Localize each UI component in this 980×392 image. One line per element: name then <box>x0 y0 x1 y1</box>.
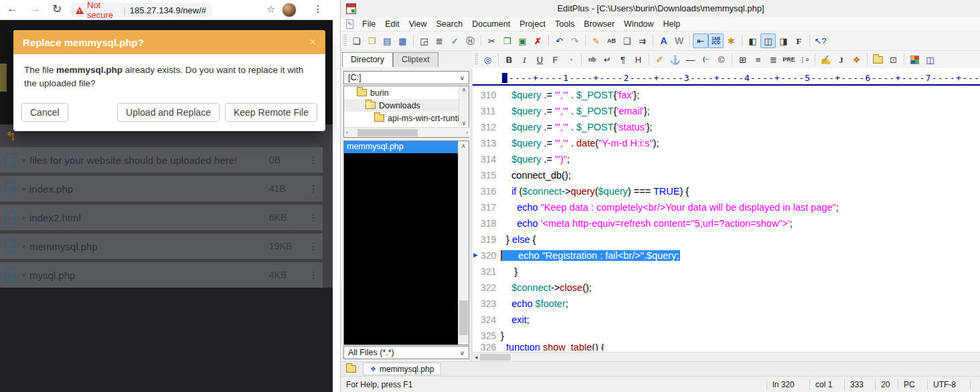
back-button[interactable]: ← <box>7 2 18 15</box>
tree-horizontal-scrollbar[interactable]: ‹› <box>344 127 470 137</box>
kebab-menu-icon[interactable]: ⋮ <box>304 270 323 280</box>
browser-colors-button[interactable] <box>907 52 922 67</box>
table-button[interactable]: ⊞ <box>735 52 750 67</box>
word-wrap-button[interactable]: W <box>671 33 687 48</box>
undo-button[interactable]: ↶ <box>552 33 567 48</box>
code-area[interactable]: 310 $query .= "','" . $_POST{'fax'};311 … <box>473 87 980 351</box>
line-numbers-button[interactable]: 1AB 2CD <box>708 33 724 48</box>
timestamp-button[interactable]: ◔ <box>563 52 578 67</box>
code-line-325[interactable]: 325} <box>473 328 980 344</box>
menu-edit[interactable]: Edit <box>380 19 404 29</box>
new-document-button[interactable]: ❏ <box>349 33 364 48</box>
menu-browser[interactable]: Browser <box>579 19 619 29</box>
code-line-315[interactable]: 315 connect_db(); <box>473 167 980 183</box>
print-preview-button[interactable]: ◲ <box>416 33 432 48</box>
kebab-menu-icon[interactable]: ⋮ <box>304 212 323 223</box>
sort-button[interactable]: AB <box>604 33 619 48</box>
folder-shortcut-button[interactable] <box>870 52 886 67</box>
document-tab[interactable]: ❖ memmysql.php <box>363 363 441 375</box>
chrome-menu-icon[interactable]: ⋮ <box>313 3 323 14</box>
selected-file-item[interactable]: memmysql.php <box>344 141 459 153</box>
duplicate-button[interactable]: ❑ <box>619 33 635 48</box>
font-tag-button[interactable]: F <box>548 52 563 67</box>
script-button[interactable]: ✍ <box>818 52 833 67</box>
anchor-button[interactable]: ⚓ <box>667 52 683 67</box>
forward-button[interactable]: → <box>29 2 41 15</box>
code-line-316[interactable]: 316 if ($connect->query($query) === TRUE… <box>473 183 980 199</box>
copy-button[interactable]: ❐ <box>499 33 515 48</box>
code-line-311[interactable]: 311 $query .= "','" . $_POST{'email'}; <box>473 103 980 119</box>
non-breaking-space-button[interactable]: nb <box>584 52 600 67</box>
keep-remote-file-button[interactable]: Keep Remote File <box>225 103 317 122</box>
save-file-button[interactable]: ▤ <box>380 33 395 48</box>
code-line-326[interactable]: 326 function show_table() { <box>473 344 980 351</box>
java-applet-button[interactable]: J <box>833 52 849 67</box>
scrollbar-thumb[interactable] <box>480 354 511 361</box>
menu-help[interactable]: Help <box>659 19 685 29</box>
code-line-319[interactable]: 319 } else { <box>473 231 980 248</box>
cut-button[interactable]: ✂ <box>484 33 499 48</box>
caret-down-icon[interactable]: ▾ <box>22 272 25 279</box>
context-help-button[interactable]: ↖? <box>813 33 828 48</box>
special-character-button[interactable]: © <box>714 52 729 67</box>
paragraph-button[interactable]: ¶ <box>615 52 631 67</box>
code-line-310[interactable]: 310 $query .= "','" . $_POST{'fax'}; <box>473 87 980 103</box>
drive-selector[interactable]: [C:] ∨ <box>343 71 469 84</box>
tab-cliptext[interactable]: Cliptext <box>393 52 438 67</box>
caret-down-icon[interactable]: ▾ <box>22 214 25 221</box>
html-toolbar-toggle-button[interactable]: Ⓗ <box>463 33 478 48</box>
code-line-323[interactable]: 323 echo $footer; <box>473 296 980 312</box>
folder-icon[interactable] <box>346 365 356 373</box>
reload-button[interactable]: ↻ <box>52 2 62 16</box>
file-row[interactable]: </>▾memmysql.php19KB⋮ <box>0 233 323 259</box>
directory-window-toggle-button[interactable]: ◫ <box>760 33 776 48</box>
paste-button[interactable]: ▣ <box>515 33 530 48</box>
code-line-321[interactable]: 321 } <box>473 264 980 280</box>
bold-button[interactable]: B <box>501 52 517 67</box>
align-center-button[interactable]: ≡ <box>750 52 766 67</box>
list-button[interactable]: ⋮≡ <box>797 52 812 67</box>
cancel-button[interactable]: Cancel <box>21 103 68 122</box>
heading-button[interactable]: H <box>631 52 646 67</box>
tab-directory[interactable]: Directory <box>342 52 393 67</box>
code-line-318[interactable]: 318 echo '<meta http-equiv=refresh conte… <box>473 215 980 231</box>
window-shortcut-button[interactable]: ⊡ <box>886 52 901 67</box>
delete-button[interactable]: ✗ <box>530 33 546 48</box>
file-list-scrollbar[interactable]: ∧ <box>458 141 469 345</box>
spell-check-button[interactable]: ✓ <box>447 33 463 48</box>
dialog-close-icon[interactable]: × <box>309 35 316 49</box>
tree-item-burin[interactable]: burin <box>344 86 469 99</box>
menu-window[interactable]: Window <box>619 19 658 29</box>
tree-vertical-scrollbar[interactable]: ∧∨ <box>459 86 469 126</box>
caret-down-icon[interactable]: ▾ <box>22 185 25 193</box>
print-button[interactable]: ≣ <box>432 33 447 48</box>
color-picker-button[interactable]: ✐ <box>652 52 667 67</box>
function-list-button[interactable]: F <box>791 33 807 48</box>
full-screen-view-button[interactable]: ◧ <box>745 33 760 48</box>
save-all-button[interactable]: ▦ <box>395 33 410 48</box>
line-break-button[interactable]: ↵ <box>600 52 615 67</box>
align-right-button[interactable]: ≣ <box>766 52 781 67</box>
code-line-317[interactable]: 317 echo "Keep data : completely<br/>You… <box>473 199 980 215</box>
profile-avatar[interactable] <box>282 3 297 17</box>
file-row[interactable]: </>▾mysql.php4KB⋮ <box>0 262 323 288</box>
tree-item-api-ms-win-crt-runtim[interactable]: api-ms-win-crt-runtim <box>344 112 469 124</box>
code-line-312[interactable]: 312 $query .= "','" . $_POST{'status'}; <box>473 119 980 135</box>
menu-tools[interactable]: Tools <box>550 19 579 29</box>
redo-button[interactable]: ↷ <box>567 33 582 48</box>
editor-horizontal-scrollbar[interactable]: ◂ <box>473 352 980 361</box>
browser-preview-button[interactable]: ◎ <box>480 52 495 67</box>
frame-button[interactable]: ◫ <box>922 52 938 67</box>
scrollbar-thumb[interactable] <box>459 300 468 335</box>
menu-search[interactable]: Search <box>432 19 468 29</box>
code-line-324[interactable]: 324 exit; <box>473 312 980 328</box>
font-style-button[interactable]: A <box>656 33 671 48</box>
menu-file[interactable]: File <box>357 19 380 29</box>
caret-down-icon[interactable]: ▾ <box>22 243 25 250</box>
underline-button[interactable]: U <box>532 52 548 67</box>
preformatted-button[interactable]: PRE <box>781 52 797 67</box>
code-line-314[interactable]: 314 $query .= "')"; <box>473 151 980 167</box>
file-filter-selector[interactable]: All Files (*.*) ∨ <box>343 346 469 359</box>
kebab-menu-icon[interactable]: ⋮ <box>304 241 323 252</box>
menu-project[interactable]: Project <box>515 19 550 29</box>
